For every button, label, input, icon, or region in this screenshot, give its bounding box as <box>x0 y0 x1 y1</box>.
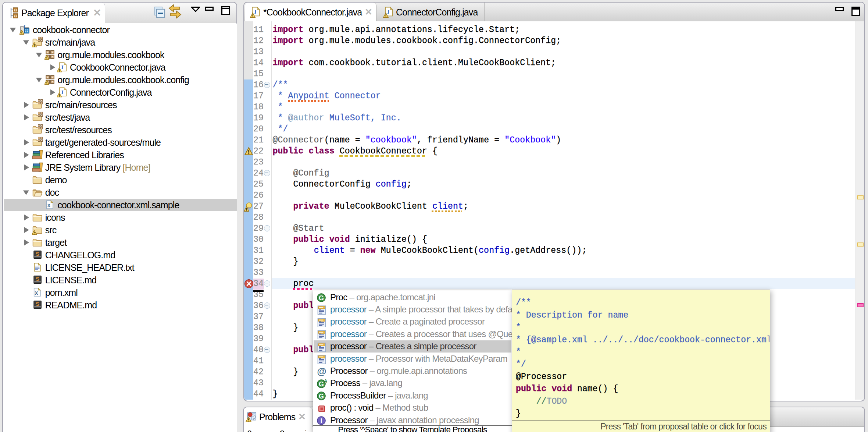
svg-text:A: A <box>324 378 327 384</box>
